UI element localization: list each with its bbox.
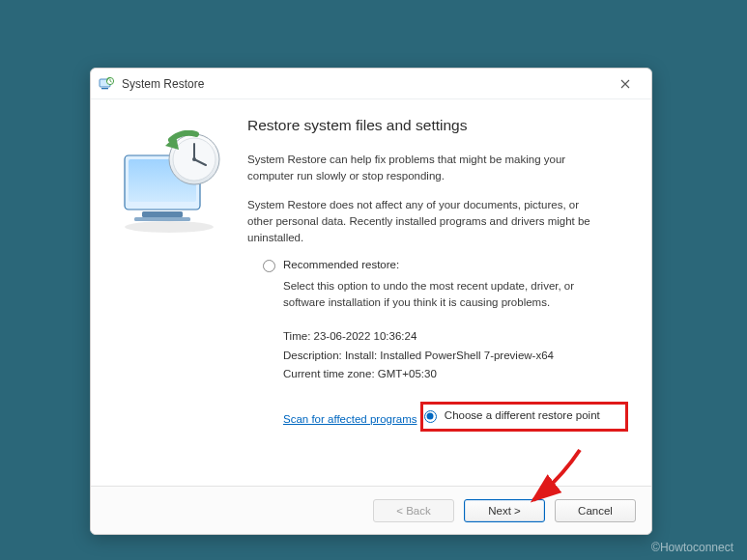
titlebar: System Restore bbox=[91, 69, 651, 99]
illustration-pane bbox=[104, 113, 242, 478]
svg-point-13 bbox=[192, 157, 196, 161]
svg-rect-1 bbox=[101, 88, 108, 89]
annotation-highlight-box: Choose a different restore point bbox=[420, 402, 628, 432]
radio-selected-icon bbox=[424, 410, 437, 423]
content-area: Restore system files and settings System… bbox=[91, 99, 651, 486]
back-button: < Back bbox=[373, 499, 454, 522]
different-restore-point-label: Choose a different restore point bbox=[445, 409, 600, 421]
restore-point-info: Time: 23-06-2022 10:36:24 Description: I… bbox=[283, 327, 632, 384]
recommended-restore-label: Recommended restore: bbox=[283, 259, 399, 270]
svg-rect-7 bbox=[142, 211, 183, 217]
main-pane: Restore system files and settings System… bbox=[242, 113, 632, 478]
scan-affected-programs-link[interactable]: Scan for affected programs bbox=[283, 413, 417, 425]
svg-point-4 bbox=[125, 221, 214, 233]
next-button[interactable]: Next > bbox=[464, 499, 545, 522]
close-button[interactable] bbox=[607, 70, 644, 98]
recommended-restore-option[interactable]: Recommended restore: bbox=[263, 259, 632, 272]
system-restore-illustration-icon bbox=[115, 130, 231, 237]
intro-paragraph-1: System Restore can help fix problems tha… bbox=[247, 152, 605, 183]
window-title: System Restore bbox=[122, 77, 607, 91]
system-restore-icon bbox=[99, 76, 114, 92]
info-description: Description: Install: Installed PowerShe… bbox=[283, 347, 632, 366]
close-icon bbox=[620, 79, 630, 89]
svg-rect-8 bbox=[134, 217, 190, 221]
cancel-button[interactable]: Cancel bbox=[555, 499, 636, 522]
info-time: Time: 23-06-2022 10:36:24 bbox=[283, 327, 632, 347]
recommended-restore-description: Select this option to undo the most rece… bbox=[283, 278, 602, 310]
intro-paragraph-2: System Restore does not affect any of yo… bbox=[247, 197, 605, 245]
watermark: ©Howtoconnect bbox=[651, 541, 733, 554]
info-timezone: Current time zone: GMT+05:30 bbox=[283, 365, 632, 384]
dialog-footer: < Back Next > Cancel bbox=[91, 486, 651, 534]
restore-options: Recommended restore: Select this option … bbox=[247, 259, 632, 431]
radio-icon bbox=[263, 260, 275, 272]
different-restore-point-option[interactable]: Choose a different restore point bbox=[423, 409, 600, 423]
system-restore-dialog: System Restore bbox=[90, 68, 652, 535]
page-title: Restore system files and settings bbox=[247, 117, 632, 134]
